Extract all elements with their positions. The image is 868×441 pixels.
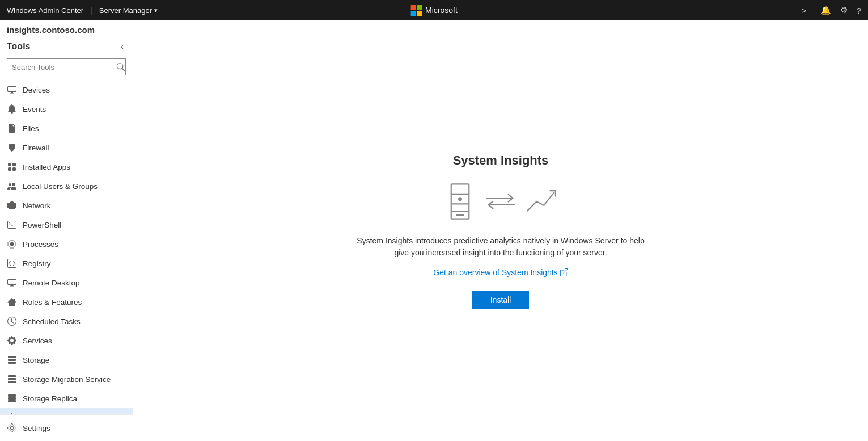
terminal-icon[interactable]: >_ xyxy=(802,6,811,15)
sidebar-item-label-files: Files xyxy=(23,124,39,133)
settings-nav-icon xyxy=(7,423,17,433)
sidebar-item-powershell[interactable]: PowerShell xyxy=(0,215,133,234)
search-icon xyxy=(117,63,125,71)
replica-icon xyxy=(7,393,17,404)
server-manager-menu[interactable]: Server Manager ▾ xyxy=(99,6,158,15)
sidebar-item-events[interactable]: Events xyxy=(0,99,133,119)
sidebar-item-label-storage: Storage xyxy=(23,356,49,364)
tools-header: Tools ‹ xyxy=(0,37,133,56)
tools-label: Tools xyxy=(7,41,30,52)
migration-icon xyxy=(7,374,17,384)
sidebar-item-storage[interactable]: Storage xyxy=(0,350,133,369)
install-icons xyxy=(443,182,558,221)
sidebar-item-label-remote-desktop: Remote Desktop xyxy=(23,279,80,287)
powershell-icon xyxy=(7,220,17,230)
top-bar-right: >_ 🔔 ⚙ ? xyxy=(802,5,861,15)
sidebar-item-network[interactable]: Network xyxy=(0,196,133,215)
sidebar-footer: Settings xyxy=(0,414,133,441)
registry-icon xyxy=(7,258,17,268)
sidebar-item-roles-features[interactable]: Roles & Features xyxy=(0,292,133,312)
apps-icon xyxy=(7,162,17,172)
storage-icon xyxy=(7,355,17,365)
sidebar-item-firewall[interactable]: Firewall xyxy=(0,138,133,157)
sidebar-item-files[interactable]: Files xyxy=(0,119,133,138)
ms-sq-4 xyxy=(417,11,422,16)
sidebar-item-label-installed-apps: Installed Apps xyxy=(23,163,70,171)
sidebar-item-local-users[interactable]: Local Users & Groups xyxy=(0,177,133,196)
search-button[interactable] xyxy=(112,59,129,75)
sidebar-nav: DevicesEventsFilesFirewallInstalled Apps… xyxy=(0,80,133,414)
ms-sq-2 xyxy=(417,5,422,10)
settings-nav-item[interactable]: Settings xyxy=(7,419,126,436)
microsoft-text: Microsoft xyxy=(425,6,458,15)
install-description: System Insights introduces predictive an… xyxy=(353,235,648,259)
sidebar-item-label-registry: Registry xyxy=(23,259,51,268)
svg-rect-5 xyxy=(456,213,464,216)
sidebar-item-storage-migration[interactable]: Storage Migration Service xyxy=(0,369,133,389)
devices-icon xyxy=(7,85,17,95)
external-link-icon xyxy=(560,268,568,276)
sidebar-item-label-local-users: Local Users & Groups xyxy=(23,182,98,191)
collapse-sidebar-button[interactable]: ‹ xyxy=(118,40,126,53)
ms-sq-1 xyxy=(410,5,416,10)
sidebar-item-label-roles-features: Roles & Features xyxy=(23,298,82,306)
sidebar-item-processes[interactable]: Processes xyxy=(0,234,133,254)
sidebar-item-label-processes: Processes xyxy=(23,240,58,249)
sidebar-item-label-services: Services xyxy=(23,337,52,345)
settings-icon[interactable]: ⚙ xyxy=(840,5,848,15)
install-panel: System Insights xyxy=(353,153,648,309)
sidebar-item-label-devices: Devices xyxy=(23,86,50,94)
sidebar-item-registry[interactable]: Registry xyxy=(0,254,133,273)
bell-icon[interactable]: 🔔 xyxy=(820,5,831,15)
search-box xyxy=(7,58,126,75)
chart-icon xyxy=(524,182,558,221)
users-icon xyxy=(7,181,17,191)
sidebar-item-label-storage-replica: Storage Replica xyxy=(23,394,77,403)
help-icon[interactable]: ? xyxy=(857,6,861,15)
services-icon xyxy=(7,335,17,346)
sidebar-item-label-events: Events xyxy=(23,105,46,114)
svg-rect-0 xyxy=(451,184,469,219)
microsoft-logo xyxy=(410,5,422,16)
search-input[interactable] xyxy=(7,63,112,72)
sidebar: insights.contoso.com Tools ‹ DevicesEven… xyxy=(0,20,133,441)
tasks-icon xyxy=(7,316,17,326)
server-icon xyxy=(443,182,477,221)
remote-icon xyxy=(7,278,17,288)
sidebar-item-label-network: Network xyxy=(23,201,51,210)
sidebar-item-devices[interactable]: Devices xyxy=(0,80,133,99)
install-button[interactable]: Install xyxy=(472,291,530,309)
svg-point-4 xyxy=(458,197,462,201)
sidebar-item-storage-replica[interactable]: Storage Replica xyxy=(0,389,133,408)
ms-sq-3 xyxy=(410,11,416,16)
panel-title: System Insights xyxy=(453,153,549,168)
sidebar-item-services[interactable]: Services xyxy=(0,331,133,350)
content-area: insights.contoso.com Tools ‹ DevicesEven… xyxy=(0,20,868,441)
sidebar-item-system-insights[interactable]: System Insights xyxy=(0,408,133,414)
overview-link[interactable]: Get an overview of System Insights xyxy=(433,268,568,277)
top-bar-center: Microsoft xyxy=(410,5,458,16)
files-icon xyxy=(7,123,17,133)
sidebar-item-label-powershell: PowerShell xyxy=(23,221,61,229)
hostname: insights.contoso.com xyxy=(0,20,133,37)
settings-label: Settings xyxy=(23,424,50,432)
sidebar-item-scheduled-tasks[interactable]: Scheduled Tasks xyxy=(0,312,133,331)
top-bar-left: Windows Admin Center | Server Manager ▾ xyxy=(7,6,158,15)
app-title: Windows Admin Center xyxy=(7,6,83,15)
sidebar-item-label-storage-migration: Storage Migration Service xyxy=(23,375,111,384)
sidebar-item-remote-desktop[interactable]: Remote Desktop xyxy=(0,273,133,292)
top-bar: Windows Admin Center | Server Manager ▾ … xyxy=(0,0,868,20)
firewall-icon xyxy=(7,142,17,153)
roles-icon xyxy=(7,297,17,307)
arrows-icon xyxy=(484,182,518,221)
events-icon xyxy=(7,104,17,114)
sidebar-item-label-scheduled-tasks: Scheduled Tasks xyxy=(23,317,81,326)
network-icon xyxy=(7,200,17,211)
search-container xyxy=(0,56,133,80)
sidebar-item-label-firewall: Firewall xyxy=(23,144,49,152)
sidebar-item-installed-apps[interactable]: Installed Apps xyxy=(0,157,133,177)
main-content: System Insights xyxy=(133,20,868,441)
processes-icon xyxy=(7,239,17,249)
